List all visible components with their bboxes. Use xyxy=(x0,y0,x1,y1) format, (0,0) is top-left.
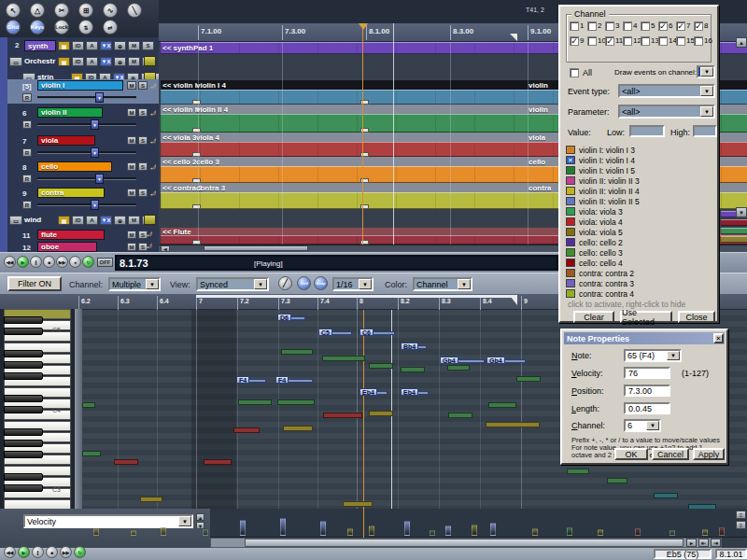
loop-end-marker[interactable] xyxy=(510,34,517,41)
track-name[interactable]: violin I xyxy=(37,80,123,91)
channel-checkbox-9[interactable]: ✓ xyxy=(570,36,579,46)
part-color-swatch[interactable] xyxy=(566,187,575,195)
pencil-tool-button[interactable]: ╱ xyxy=(278,276,292,290)
midi-note[interactable] xyxy=(233,427,260,433)
tool-button-row2-3[interactable]: Lock xyxy=(54,20,69,35)
midi-note[interactable] xyxy=(401,367,425,372)
pr-side-button-2[interactable]: ≡ xyxy=(736,521,746,529)
velocity-bar[interactable] xyxy=(347,528,353,536)
velocity-bar[interactable] xyxy=(669,530,675,536)
part-color-swatch[interactable] xyxy=(566,289,575,298)
black-key[interactable] xyxy=(4,440,43,447)
midi-note[interactable] xyxy=(516,376,541,382)
part-color-swatch[interactable] xyxy=(566,176,575,185)
part-list-item[interactable]: viola: viola 4 xyxy=(566,217,715,227)
track-button-A[interactable]: A xyxy=(86,57,98,66)
vel-zoom-out[interactable]: ▾ xyxy=(196,522,204,529)
color-mode-select[interactable]: Channel▼ xyxy=(413,277,472,291)
draw-channel-select[interactable]: 6▼ xyxy=(697,65,715,78)
part-list-item[interactable]: violin II: violin II 3 xyxy=(566,175,715,186)
transport-stop-button[interactable]: ■ xyxy=(43,256,55,268)
tool-button-row2-1[interactable]: Grid xyxy=(6,20,21,35)
channel-checkbox-6[interactable]: ✓ xyxy=(658,21,668,31)
transport-forward-button[interactable]: ▶▶ xyxy=(56,256,68,268)
mute-button[interactable]: M xyxy=(127,189,136,197)
dropdown-arrow[interactable]: ▼ xyxy=(458,279,471,289)
velocity-bar[interactable] xyxy=(320,521,326,536)
track-button-ID[interactable]: ID xyxy=(72,216,84,225)
record-enable-button[interactable]: R xyxy=(22,175,32,183)
part-color-swatch[interactable] xyxy=(566,269,575,277)
black-key[interactable] xyxy=(4,350,43,357)
mini-transport-1[interactable]: ▶ xyxy=(18,546,30,558)
track-button-A[interactable]: A xyxy=(86,41,98,50)
clip-label[interactable]: violin II 4 xyxy=(196,105,228,114)
velocity-bar[interactable] xyxy=(598,529,603,536)
velocity-bar[interactable] xyxy=(369,525,374,536)
solo-button[interactable]: S xyxy=(138,81,148,90)
part-color-swatch[interactable] xyxy=(566,248,575,257)
black-key[interactable] xyxy=(4,484,43,492)
folder-icon[interactable]: ▭ xyxy=(9,57,22,66)
track-button-ID[interactable]: ID xyxy=(72,41,84,50)
track-button-▤[interactable]: ▤ xyxy=(58,216,70,225)
velocity-bar[interactable] xyxy=(161,527,166,536)
velocity-bar[interactable] xyxy=(404,521,410,536)
solo-button[interactable]: S xyxy=(138,162,148,171)
record-enable-button[interactable]: R xyxy=(22,93,32,102)
velocity-bar[interactable] xyxy=(490,523,496,536)
midi-note[interactable] xyxy=(488,402,516,408)
track-name[interactable]: oboe xyxy=(37,242,97,252)
track-row-Orchestr[interactable]: ▭Orchestr▤IDA▼X⊕MS xyxy=(7,54,159,70)
dropdown-arrow[interactable]: ▼ xyxy=(146,279,159,289)
volume-slider-thumb[interactable]: ▼ xyxy=(91,147,99,158)
velocity-bar[interactable] xyxy=(472,525,477,536)
track-name[interactable]: Orchestr xyxy=(24,57,55,65)
clip-label[interactable]: contra 3 xyxy=(196,183,225,192)
scroll-down-button[interactable]: ▼ xyxy=(736,207,747,217)
channel-checkbox-2[interactable] xyxy=(587,21,597,31)
part-list-item[interactable]: cello: cello 4 xyxy=(566,258,715,268)
midi-note-label[interactable]: Bb4 xyxy=(401,343,418,350)
tool-button-3[interactable]: ✂ xyxy=(54,3,69,18)
volume-slider-thumb[interactable]: ▼ xyxy=(95,92,104,103)
part-list-item[interactable]: cello: cello 2 xyxy=(566,237,715,247)
pr-tool-button-1[interactable]: ⇤ xyxy=(698,539,709,547)
mute-button[interactable]: M xyxy=(127,108,136,117)
part-list-item[interactable]: violin II: violin II 4 xyxy=(566,186,715,196)
midi-note[interactable] xyxy=(369,363,393,369)
part-list-item[interactable]: cello: cello 3 xyxy=(566,247,715,258)
clip-label[interactable]: violin I 4 xyxy=(196,80,226,90)
channel-checkbox-5[interactable] xyxy=(641,21,650,31)
track-button-⊕[interactable]: ⊕ xyxy=(114,57,126,66)
track-button-M[interactable]: M xyxy=(128,41,140,50)
track-button-A[interactable]: A xyxy=(86,216,98,225)
mute-button[interactable]: M xyxy=(127,231,136,239)
volume-slider-thumb[interactable]: ▼ xyxy=(95,174,104,184)
dropdown-arrow[interactable]: ▼ xyxy=(178,516,191,526)
dropdown-arrow[interactable]: ▼ xyxy=(700,67,713,77)
midi-note[interactable] xyxy=(369,411,393,416)
solo-button[interactable]: S xyxy=(138,108,148,117)
part-list-item[interactable]: violin I: violin I 3 xyxy=(566,145,715,155)
pr-tool-button-2[interactable]: ⇥ xyxy=(711,539,721,547)
midi-note-label[interactable]: Gb4 xyxy=(440,357,458,364)
midi-note[interactable] xyxy=(204,459,232,465)
part-list-item[interactable]: viola: viola 3 xyxy=(566,206,715,217)
clip-label-next[interactable]: violin xyxy=(529,105,548,114)
playhead-triangle[interactable] xyxy=(359,23,368,30)
transport-pause-button[interactable]: ∥ xyxy=(30,256,42,268)
mini-transport-0[interactable]: ◀◀ xyxy=(4,546,16,558)
midi-note[interactable] xyxy=(607,478,627,483)
clip-label-next[interactable]: cello xyxy=(529,157,545,166)
black-key[interactable] xyxy=(4,406,43,413)
channel-checkbox-10[interactable] xyxy=(587,36,597,46)
channel-checkbox-11[interactable]: ✓ xyxy=(605,36,614,46)
record-enable-button[interactable]: R xyxy=(22,148,32,157)
midi-note[interactable] xyxy=(486,422,540,427)
solo-button[interactable]: S xyxy=(138,136,148,145)
midi-note[interactable] xyxy=(114,459,138,465)
midi-note-label[interactable]: Gb4 xyxy=(486,357,505,364)
velocity-bar[interactable] xyxy=(445,525,451,536)
dialog-close-button[interactable]: ✕ xyxy=(713,333,724,343)
